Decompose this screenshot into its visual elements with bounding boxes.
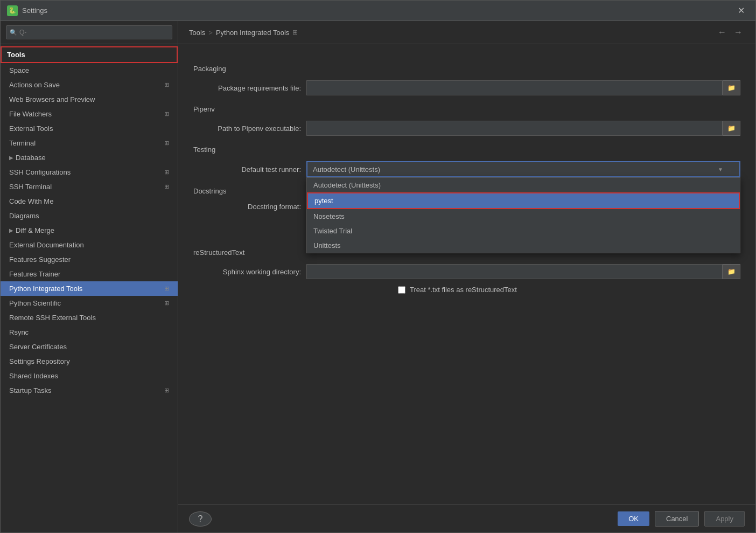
sidebar-item-diagrams[interactable]: Diagrams bbox=[1, 209, 178, 223]
pipenv-section: Pipenv Path to Pipenv executable: 📁 bbox=[193, 105, 740, 136]
sidebar-item-diff-merge[interactable]: ▶ Diff & Merge bbox=[1, 223, 178, 238]
sidebar-item-ssh-configurations[interactable]: SSH Configurations ⊞ bbox=[1, 165, 178, 179]
sidebar-item-web-browsers-label: Web Browsers and Preview bbox=[9, 95, 95, 103]
test-runner-dropdown-popup: Autodetect (Unittests) pytest Nosetests … bbox=[306, 177, 740, 253]
pipenv-section-title: Pipenv bbox=[193, 105, 740, 113]
sidebar-item-web-browsers[interactable]: Web Browsers and Preview bbox=[1, 92, 178, 107]
sidebar-item-tools[interactable]: Tools bbox=[1, 46, 178, 63]
sidebar-item-ssh-terminal-label: SSH Terminal bbox=[9, 183, 52, 191]
dropdown-option-twisted-trial[interactable]: Twisted Trial bbox=[307, 224, 740, 238]
testing-section: Testing Default test runner: Autodetect … bbox=[193, 146, 740, 177]
sidebar-item-python-scientific[interactable]: Python Scientific ⊞ bbox=[1, 296, 178, 310]
sidebar-item-remote-ssh-label: Remote SSH External Tools bbox=[9, 314, 96, 322]
sidebar-item-python-integrated-tools[interactable]: Python Integrated Tools ⊞ bbox=[1, 281, 178, 296]
sphinx-dir-input-wrapper: 📁 bbox=[306, 264, 740, 279]
test-runner-dropdown-button[interactable]: Autodetect (Unittests) ▼ bbox=[306, 161, 740, 177]
packaging-section: Packaging Package requirements file: 📁 bbox=[193, 65, 740, 95]
search-icon: 🔍 bbox=[10, 29, 17, 36]
breadcrumb-separator: > bbox=[208, 29, 213, 37]
sidebar-item-features-trainer[interactable]: Features Trainer bbox=[1, 267, 178, 281]
sphinx-dir-browse-button[interactable]: 📁 bbox=[723, 264, 740, 279]
dropdown-arrow-icon: ▼ bbox=[718, 167, 723, 172]
sidebar-item-remote-ssh[interactable]: Remote SSH External Tools bbox=[1, 310, 178, 325]
settings-content: Packaging Package requirements file: 📁 P… bbox=[178, 44, 755, 504]
docstring-format-label: Docstring format: bbox=[193, 203, 301, 211]
ssh-config-settings-icon: ⊞ bbox=[164, 169, 169, 176]
sidebar-item-code-with-me[interactable]: Code With Me bbox=[1, 194, 178, 209]
sidebar-item-server-cert-label: Server Certificates bbox=[9, 343, 67, 351]
sidebar-item-tools-label: Tools bbox=[7, 51, 25, 59]
dropdown-option-autodetect[interactable]: Autodetect (Unittests) bbox=[307, 178, 740, 192]
search-container: 🔍 bbox=[1, 21, 178, 44]
file-watchers-settings-icon: ⊞ bbox=[164, 110, 169, 117]
dropdown-option-pytest[interactable]: pytest bbox=[307, 192, 740, 209]
nav-back-button[interactable]: ← bbox=[716, 26, 729, 38]
pipenv-path-row: Path to Pipenv executable: 📁 bbox=[193, 121, 740, 136]
sidebar-item-database[interactable]: ▶ Database bbox=[1, 150, 178, 165]
help-button[interactable]: ? bbox=[189, 511, 212, 527]
test-runner-dropdown-value: Autodetect (Unittests) bbox=[313, 165, 380, 174]
ssh-terminal-settings-icon: ⊞ bbox=[164, 183, 169, 190]
sidebar-item-space-label: Space bbox=[9, 66, 29, 74]
sidebar-item-space[interactable]: Space bbox=[1, 63, 178, 78]
package-requirements-label: Package requirements file: bbox=[193, 84, 301, 92]
breadcrumb-settings-icon[interactable]: ⊞ bbox=[292, 29, 298, 36]
sidebar: 🔍 Tools Space Act bbox=[1, 21, 178, 532]
breadcrumb-parent: Tools bbox=[189, 29, 205, 37]
sidebar-item-ssh-config-label: SSH Configurations bbox=[9, 168, 71, 176]
sidebar-item-ext-doc-label: External Documentation bbox=[9, 241, 84, 249]
cancel-button[interactable]: Cancel bbox=[655, 511, 699, 527]
dropdown-option-nosetests[interactable]: Nosetests bbox=[307, 209, 740, 224]
restructured-text-section: reStructuredText Sphinx working director… bbox=[193, 248, 740, 294]
sidebar-item-server-certificates[interactable]: Server Certificates bbox=[1, 340, 178, 354]
treat-txt-checkbox[interactable] bbox=[398, 286, 405, 294]
actions-settings-icon: ⊞ bbox=[164, 81, 169, 88]
package-requirements-input[interactable] bbox=[306, 80, 723, 95]
main-content-area: 🔍 Tools Space Act bbox=[1, 21, 755, 532]
sidebar-item-settings-repository[interactable]: Settings Repository bbox=[1, 354, 178, 369]
sidebar-item-file-watchers[interactable]: File Watchers ⊞ bbox=[1, 107, 178, 121]
sidebar-item-startup-tasks[interactable]: Startup Tasks ⊞ bbox=[1, 383, 178, 398]
close-button[interactable]: ✕ bbox=[733, 3, 749, 18]
sidebar-item-ssh-terminal[interactable]: SSH Terminal ⊞ bbox=[1, 179, 178, 194]
sphinx-dir-label: Sphinx working directory: bbox=[193, 268, 301, 276]
footer: ? OK Cancel Apply bbox=[178, 504, 755, 532]
default-test-runner-row: Default test runner: Autodetect (Unittes… bbox=[193, 161, 740, 177]
diff-merge-expand-icon: ▶ bbox=[9, 227, 13, 233]
sidebar-item-terminal[interactable]: Terminal ⊞ bbox=[1, 136, 178, 150]
sidebar-item-database-label: Database bbox=[16, 154, 46, 162]
title-bar: 🐍 Settings ✕ bbox=[1, 1, 755, 21]
sidebar-item-external-documentation[interactable]: External Documentation bbox=[1, 238, 178, 252]
sidebar-item-actions-on-save[interactable]: Actions on Save ⊞ bbox=[1, 78, 178, 92]
sidebar-item-file-watchers-label: File Watchers bbox=[9, 110, 52, 118]
sidebar-item-external-tools[interactable]: External Tools bbox=[1, 121, 178, 136]
main-panel: Tools > Python Integrated Tools ⊞ ← → Pa… bbox=[178, 21, 755, 532]
sidebar-item-diagrams-label: Diagrams bbox=[9, 212, 39, 220]
treat-txt-row: Treat *.txt files as reStructuredText bbox=[398, 286, 740, 294]
pipenv-path-input[interactable] bbox=[306, 121, 723, 136]
pipenv-browse-button[interactable]: 📁 bbox=[723, 121, 740, 136]
sidebar-item-rsync[interactable]: Rsync bbox=[1, 325, 178, 340]
sidebar-item-shared-indexes[interactable]: Shared Indexes bbox=[1, 369, 178, 383]
pipenv-path-label: Path to Pipenv executable: bbox=[193, 124, 301, 133]
treat-txt-label: Treat *.txt files as reStructuredText bbox=[410, 286, 517, 294]
sidebar-item-settings-repo-label: Settings Repository bbox=[9, 357, 70, 365]
sidebar-item-features-suggester[interactable]: Features Suggester bbox=[1, 252, 178, 267]
dropdown-option-unittests[interactable]: Unittests bbox=[307, 238, 740, 253]
test-runner-dropdown-container: Autodetect (Unittests) ▼ Autodetect (Uni… bbox=[306, 161, 740, 177]
pipenv-path-input-wrapper: 📁 bbox=[306, 121, 740, 136]
window-title: Settings bbox=[22, 6, 733, 15]
python-tools-settings-icon: ⊞ bbox=[164, 285, 169, 292]
nav-forward-button[interactable]: → bbox=[732, 26, 745, 38]
sphinx-dir-input[interactable] bbox=[306, 264, 723, 279]
package-requirements-browse-button[interactable]: 📁 bbox=[723, 80, 740, 95]
sidebar-item-diff-merge-label: Diff & Merge bbox=[16, 226, 54, 234]
sphinx-dir-row: Sphinx working directory: 📁 bbox=[193, 264, 740, 279]
ok-button[interactable]: OK bbox=[618, 511, 649, 526]
apply-button[interactable]: Apply bbox=[704, 511, 745, 527]
testing-section-title: Testing bbox=[193, 146, 740, 154]
breadcrumb: Tools > Python Integrated Tools ⊞ ← → bbox=[178, 21, 755, 44]
sidebar-item-python-scientific-label: Python Scientific bbox=[9, 299, 61, 307]
search-input[interactable] bbox=[6, 25, 172, 39]
package-requirements-input-wrapper: 📁 bbox=[306, 80, 740, 95]
